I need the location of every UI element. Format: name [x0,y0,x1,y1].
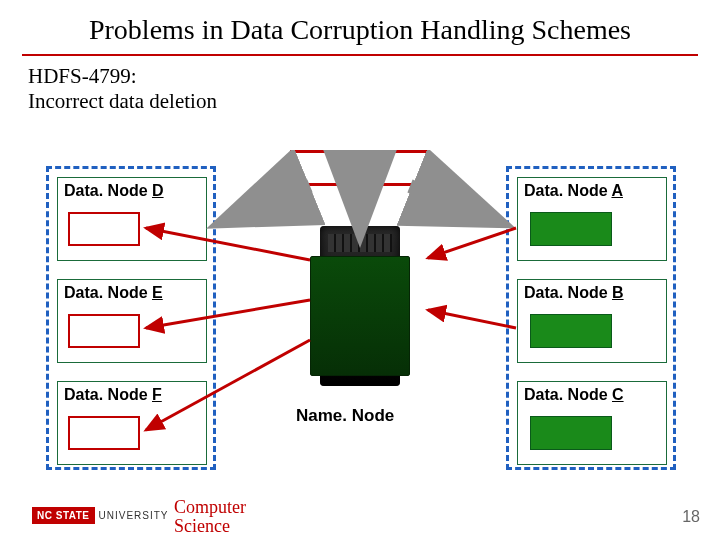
corrupt-block-icon [68,416,140,450]
datanode-e: Data. Node E [57,279,207,363]
datanode-a-label: Data. Node A [518,178,666,204]
left-column: Data. Node D Data. Node E Data. Node F [46,166,216,470]
datanode-d-label: Data. Node D [58,178,206,204]
datanode-b: Data. Node B [517,279,667,363]
logo-badge: NC STATE [32,507,95,524]
diagram-stage: reboot Data. Node D Data. Node E Data. N… [0,150,720,490]
svg-line-7 [428,310,516,328]
slide-title: Problems in Data Corruption Handling Sch… [0,0,720,54]
bug-id: HDFS-4799: [28,64,137,88]
datanode-c-label: Data. Node C [518,382,666,408]
logo-univ: UNIVERSITY [99,510,169,521]
page-number: 18 [682,508,700,526]
svg-line-2 [410,186,490,218]
footer: NC STATE UNIVERSITY ComputerScience 18 [0,500,720,534]
namenode-label: Name. Node [296,406,394,426]
right-column: Data. Node A Data. Node B Data. Node C [506,166,676,470]
ncstate-logo: NC STATE UNIVERSITY [32,507,169,524]
corrupt-block-icon [68,314,140,348]
good-block-icon [530,314,612,348]
datanode-c: Data. Node C [517,381,667,465]
svg-line-0 [232,186,310,218]
reboot-box: reboot [290,150,430,186]
datanode-f-label: Data. Node F [58,382,206,408]
datanode-a: Data. Node A [517,177,667,261]
bug-desc: Incorrect data deletion [28,89,217,113]
datanode-d: Data. Node D [57,177,207,261]
good-block-icon [530,416,612,450]
good-block-icon [530,212,612,246]
dept-label: ComputerScience [174,498,246,536]
corrupt-block-icon [68,212,140,246]
namenode-server-icon [300,226,420,386]
datanode-b-label: Data. Node B [518,280,666,306]
datanode-f: Data. Node F [57,381,207,465]
datanode-e-label: Data. Node E [58,280,206,306]
svg-line-6 [428,228,516,258]
reboot-label: reboot [334,157,385,180]
bug-subtitle: HDFS-4799: Incorrect data deletion [0,64,720,114]
title-rule [22,54,698,56]
